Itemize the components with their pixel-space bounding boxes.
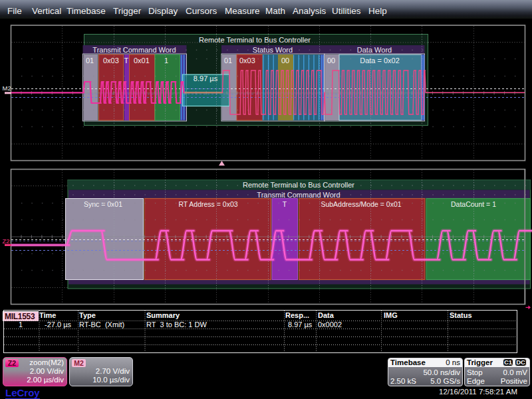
svg-text:Data Word: Data Word <box>357 46 392 54</box>
svg-text:T: T <box>124 57 129 65</box>
svg-text:M2: M2 <box>3 84 11 92</box>
svg-text:00: 00 <box>327 57 335 65</box>
svg-text:Transmit Command Word: Transmit Command Word <box>257 191 340 199</box>
svg-text:Z2: Z2 <box>3 237 10 245</box>
svg-text:Sync = 0x01: Sync = 0x01 <box>84 200 122 208</box>
svg-text:1: 1 <box>164 57 168 65</box>
svg-text:00: 00 <box>281 57 289 65</box>
svg-text:RT Address = 0x03: RT Address = 0x03 <box>178 200 237 208</box>
svg-text:0x03: 0x03 <box>103 57 119 65</box>
svg-text:0x01: 0x01 <box>134 57 150 65</box>
svg-text:SubAddress/Mode = 0x01: SubAddress/Mode = 0x01 <box>321 200 401 208</box>
svg-text:01: 01 <box>86 57 94 65</box>
svg-text:0x03: 0x03 <box>239 57 255 65</box>
svg-text:Remote Terminal to Bus Control: Remote Terminal to Bus Controller <box>243 181 354 189</box>
svg-text:8.97 µs: 8.97 µs <box>194 74 218 82</box>
svg-text:T: T <box>283 200 287 208</box>
svg-text:01: 01 <box>224 57 232 65</box>
svg-text:Data = 0x02: Data = 0x02 <box>360 57 400 65</box>
